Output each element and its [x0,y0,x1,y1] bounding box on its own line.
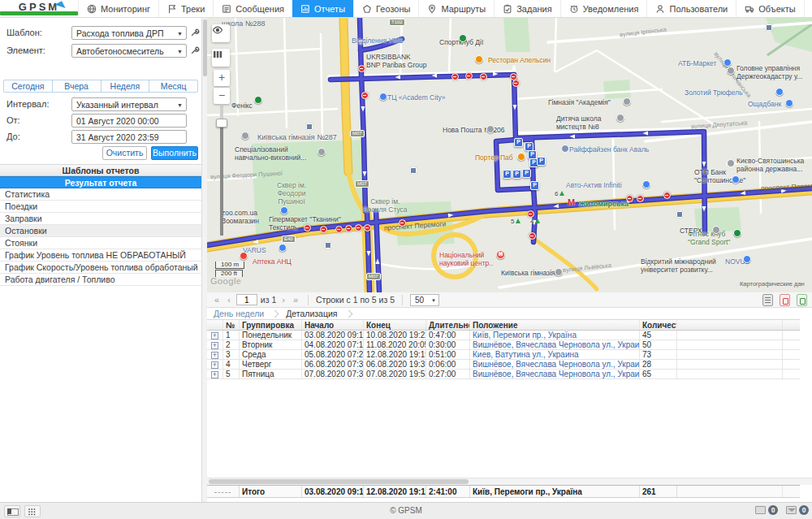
section-engine-fuel[interactable]: Работа двигателя / Топливо [0,274,201,286]
eye-icon [212,24,223,36]
zoom-in-button[interactable]: + [214,70,230,86]
map-label: Сквер ім. Феодори Пушиної [277,182,306,205]
stop-marker-icon [358,65,365,72]
gpsm-logo[interactable]: GPSM [0,0,78,17]
map-label: UKRSIBBANK BNP Paribas Group [366,54,427,70]
interval-value: Указанный интервал [76,100,158,110]
status-messages[interactable]: 0 [755,505,778,515]
parking-marker-icon: P [530,181,539,190]
zoom-out-button[interactable]: − [214,88,230,104]
page-last-button[interactable]: » [291,295,300,305]
section-parkings[interactable]: Стоянки [0,237,201,249]
cell-location-link[interactable]: Киев, Ватутина ул., Украина [470,350,640,359]
scrollbar-thumb[interactable] [209,479,469,484]
page-size-select[interactable]: 50 ▼ [410,294,439,306]
element-label: Элемент: [6,45,45,55]
col-header-duration[interactable]: Длительность [426,320,470,330]
result-header-selected[interactable]: Результат отчета [0,176,201,188]
map-label: Картографические дан [740,281,805,288]
status-mail[interactable]: 0 [786,505,809,515]
nav-geozones[interactable]: Геозоны [353,0,418,17]
print-report-icon[interactable] [762,294,773,306]
stop-marker-icon [304,224,311,231]
section-stops[interactable]: Остановки [0,225,201,237]
nav-search-button[interactable] [804,0,812,17]
expand-row-icon[interactable]: + [211,332,218,340]
table-row[interactable]: + 3 Среда 05.08.2020 07:22:11 12.08.2020… [207,350,800,360]
col-header-count[interactable]: Количество [640,320,677,330]
expand-row-icon[interactable]: + [211,361,218,369]
table-header-row: № Группировка Начало Конец Длительность … [207,319,800,331]
cell-count: 45 [640,331,677,340]
range-month-button[interactable]: Месяц [149,80,198,93]
map-label: Національний науковий центр.. [439,252,493,268]
nav-monitoring[interactable]: Мониторинг [78,0,158,17]
from-date-input[interactable] [71,114,187,128]
nav-routes[interactable]: Маршруты [418,0,494,17]
table-horizontal-scrollbar[interactable] [207,478,812,485]
col-header-end[interactable]: Конец [364,320,426,330]
transit-icon [325,242,331,249]
section-trips[interactable]: Поездки [0,201,201,213]
tab-weekday[interactable]: День недели [214,309,264,318]
col-header-group[interactable]: Группировка [240,320,302,330]
col-header-location[interactable]: Положение [470,320,640,330]
map-label: Ощадбанк [748,101,781,109]
cell-location-link[interactable]: Вишнёвое, Вячеслава Черновола ул., Украи… [470,370,640,378]
quick-range-buttons: Сегодня Вчера Неделя Месяц [3,80,198,93]
nav-notifications[interactable]: Уведомления [560,0,647,17]
metro-icon: М [568,197,575,208]
stop-marker-icon [637,195,644,202]
page-next-button[interactable]: › [279,295,287,305]
nav-tracks[interactable]: Треки [158,0,213,17]
range-yesterday-button[interactable]: Вчера [52,80,102,93]
map-visibility-button[interactable] [212,24,230,42]
section-statistics[interactable]: Статистика [0,188,201,201]
zoom-slider-handle[interactable] [216,119,227,128]
templates-header[interactable]: Шаблоны отчетов [0,164,201,176]
table-row[interactable]: + 2 Вторник 04.08.2020 07:15:51 11.08.20… [207,340,800,350]
cell-location-link[interactable]: Вишнёвое, Вячеслава Черновола ул., Украи… [470,340,640,349]
export-excel-icon[interactable] [797,294,807,306]
export-pdf-icon[interactable] [780,294,790,306]
stop-marker-icon [480,73,487,80]
nav-users[interactable]: Пользователи [646,0,736,17]
template-select[interactable]: Расхода топлива ДРП ▼ [71,26,187,40]
nav-tasks[interactable]: Задания [494,0,559,17]
to-date-input[interactable] [71,130,187,144]
page-prev-button[interactable]: ‹ [225,295,233,305]
cell-location-link[interactable]: Київ, Перемоги пр., Україна [470,331,640,340]
sidebar-scrollbar[interactable] [201,18,207,502]
map-layers-button[interactable] [212,49,230,67]
table-row[interactable]: + 1 Понедельник 03.08.2020 09:19:35 10.0… [207,331,800,340]
section-fuel-raw-chart[interactable]: График Уровень топлива НЕ ОБРАБОТАНЫЙ [0,249,201,262]
col-header-num[interactable]: № [223,320,240,330]
page-number-input[interactable] [236,294,257,305]
section-refuels[interactable]: Заправки [0,213,201,225]
element-settings-wrench-icon[interactable] [190,45,200,55]
expand-row-icon[interactable]: + [211,371,218,378]
clear-button[interactable]: Очистить [102,146,147,160]
nav-reports[interactable]: Отчеты [292,0,353,17]
interval-select[interactable]: Указанный интервал ▼ [71,97,187,111]
expand-row-icon[interactable]: + [211,342,218,349]
section-speed-fuel-chart[interactable]: График Скорость/Уровень топлива обработа… [0,262,201,274]
map[interactable]: школа №288Т102Відділення УМБUKRSIBBANK B… [207,18,812,292]
range-week-button[interactable]: Неделя [101,80,150,93]
col-header-start[interactable]: Начало [302,320,364,330]
template-settings-wrench-icon[interactable] [190,28,200,37]
nav-objects[interactable]: Объекты [736,0,803,17]
expand-row-icon[interactable]: + [211,352,218,359]
cell-location-link[interactable]: Вишнёвое, Вячеслава Черновола ул., Украи… [470,360,640,369]
run-button[interactable]: Выполнить [151,146,198,160]
table-row[interactable]: + 4 Четверг 06.08.2020 07:33:32 06.08.20… [207,360,800,370]
page-first-button[interactable]: « [212,295,222,305]
tab-details[interactable]: Детализация [286,309,337,318]
element-select[interactable]: Автобетоносмеситель ▼ [71,44,187,58]
nav-messages[interactable]: Сообщения [213,0,292,17]
table-empty-area [207,379,800,477]
table-row[interactable]: + 5 Пятница 07.08.2020 07:35:36 07.08.20… [207,370,800,379]
map-label: Е40 [282,236,296,243]
range-today-button[interactable]: Сегодня [3,80,53,93]
parking-marker-icon: P [514,138,523,147]
